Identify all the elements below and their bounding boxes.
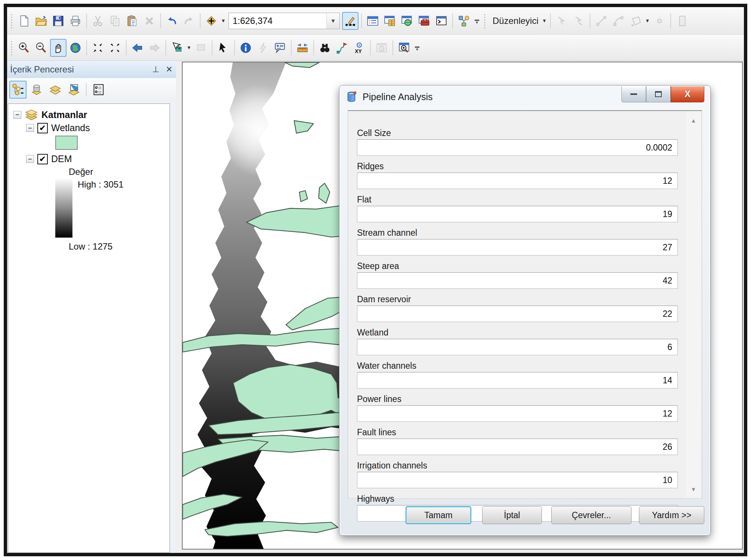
expander-dem[interactable] [26, 155, 34, 163]
ok-button[interactable]: Tamam [406, 506, 471, 524]
time-slider-button[interactable] [373, 39, 390, 57]
clear-selection-button[interactable] [193, 39, 209, 57]
toolbar-overflow-button[interactable]: ▬▾ [473, 12, 481, 30]
tools-overflow-button[interactable]: ▬▾ [413, 39, 421, 57]
parameter-input[interactable]: 6 [357, 339, 678, 355]
table-of-contents-button[interactable] [364, 12, 381, 30]
layers-root-label[interactable]: Katmanlar [41, 109, 87, 120]
catalog-button[interactable] [382, 12, 398, 30]
fixed-zoom-out-button[interactable] [107, 39, 123, 57]
tools-toolbar-grip[interactable] [10, 40, 13, 56]
parameter-input[interactable]: 0.0002 [357, 139, 678, 156]
dialog-scrollbar[interactable]: ▲ ▼ [686, 112, 701, 498]
parameter-input[interactable]: 22 [357, 306, 678, 322]
maximize-button[interactable] [646, 86, 671, 102]
new-document-button[interactable] [16, 12, 32, 30]
parameter-input[interactable]: 19 [357, 206, 678, 222]
parameter-input[interactable]: 26 [357, 439, 678, 455]
pan-button[interactable] [50, 39, 66, 57]
go-to-xy-button[interactable]: XY [351, 39, 367, 57]
trace-tool-button[interactable] [571, 12, 587, 30]
line-segment-tool-button[interactable] [593, 12, 609, 30]
select-features-button[interactable] [169, 39, 185, 57]
wetlands-symbol-swatch[interactable] [55, 136, 78, 150]
dem-checkbox[interactable]: ✔ [37, 154, 48, 164]
parameter-field: Flat 19 [357, 195, 678, 222]
select-elements-arrow-icon [217, 41, 230, 54]
arctoolbox-button[interactable] [416, 12, 432, 30]
list-by-source-button[interactable] [28, 81, 45, 99]
close-icon[interactable]: ✕ [162, 63, 176, 76]
measure-button[interactable] [294, 39, 311, 57]
scroll-up-icon[interactable]: ▲ [686, 114, 701, 127]
add-data-button[interactable] [203, 12, 220, 30]
search-window-button[interactable] [399, 12, 415, 30]
map-scale-combo[interactable]: 1:626,374 ▼ [229, 13, 340, 29]
editor-toolbar-grip[interactable] [483, 13, 487, 29]
undo-button[interactable] [164, 12, 180, 30]
print-button[interactable] [67, 12, 84, 30]
editor-menu-dropdown[interactable]: ▼ [541, 12, 547, 30]
expander-wetlands[interactable] [26, 124, 34, 132]
identify-button[interactable] [238, 39, 254, 57]
parameter-input[interactable]: 12 [357, 173, 678, 189]
zoom-out-button[interactable] [33, 39, 49, 57]
add-data-dropdown[interactable]: ▼ [220, 12, 226, 30]
list-by-drawing-order-button[interactable] [9, 81, 27, 99]
back-extent-button[interactable] [129, 39, 146, 57]
arc-segment-tool-button[interactable] [610, 12, 627, 30]
forward-extent-button[interactable] [146, 39, 163, 57]
paste-button[interactable] [124, 12, 140, 30]
expander-katmanlar[interactable] [13, 111, 21, 119]
cut-button[interactable] [90, 12, 106, 30]
select-elements-button[interactable] [215, 39, 232, 57]
find-button[interactable] [317, 39, 333, 57]
environments-button[interactable]: Çevreler... [551, 506, 631, 524]
add-data-icon [205, 15, 218, 27]
delete-button[interactable] [141, 12, 158, 30]
map-scale-dropdown[interactable]: ▼ [326, 13, 339, 29]
editor-sketch-properties-button[interactable] [342, 12, 359, 30]
hyperlink-button[interactable] [255, 39, 271, 57]
parameter-input[interactable]: 12 [357, 405, 678, 422]
model-builder-button[interactable] [456, 12, 472, 30]
layer-label-wetlands[interactable]: Wetlands [51, 123, 90, 133]
edit-tool-button[interactable] [553, 12, 570, 30]
attributes-button[interactable] [674, 12, 690, 30]
dialog-button-row: Tamam İptal Çevreler... Yardım >> [339, 506, 710, 525]
scroll-down-icon[interactable]: ▼ [686, 483, 701, 495]
python-window-button[interactable] [433, 12, 450, 30]
redo-button[interactable] [181, 12, 197, 30]
copy-button[interactable] [107, 12, 123, 30]
viewer-window-button[interactable] [396, 39, 412, 57]
polygon-sketch-dropdown[interactable]: ▼ [645, 12, 651, 30]
close-button[interactable]: X [671, 86, 704, 102]
parameter-input[interactable]: 42 [357, 272, 678, 289]
snapping-grid-button[interactable] [651, 12, 668, 30]
full-extent-button[interactable] [67, 39, 84, 57]
list-by-selection-button[interactable] [65, 81, 83, 99]
html-popup-button[interactable] [272, 39, 288, 57]
list-by-visibility-button[interactable] [47, 81, 64, 99]
wetlands-checkbox[interactable]: ✔ [37, 123, 48, 133]
pin-icon[interactable]: ⊥ [149, 63, 162, 76]
parameter-input[interactable]: 10 [357, 472, 678, 488]
fixed-zoom-in-button[interactable] [90, 39, 106, 57]
save-button[interactable] [50, 12, 66, 30]
help-button[interactable]: Yardım >> [639, 506, 704, 524]
list-by-drawing-order-icon [11, 83, 25, 96]
parameter-input[interactable]: 14 [357, 372, 678, 389]
open-button[interactable] [33, 12, 49, 30]
cancel-button[interactable]: İptal [482, 506, 542, 524]
select-features-dropdown[interactable]: ▼ [186, 39, 192, 57]
toolbar-grip[interactable] [10, 13, 13, 29]
polygon-sketch-tool-button[interactable] [627, 12, 644, 30]
zoom-in-button[interactable] [16, 39, 32, 57]
toc-options-button[interactable] [90, 81, 107, 99]
dialog-titlebar[interactable]: Pipeline Analysis X [339, 86, 710, 108]
minimize-button[interactable] [621, 86, 646, 102]
editor-menu[interactable]: Düzenleyici [489, 16, 541, 26]
parameter-input[interactable]: 27 [357, 239, 678, 256]
layer-label-dem[interactable]: DEM [51, 154, 72, 164]
find-route-button[interactable] [334, 39, 350, 57]
